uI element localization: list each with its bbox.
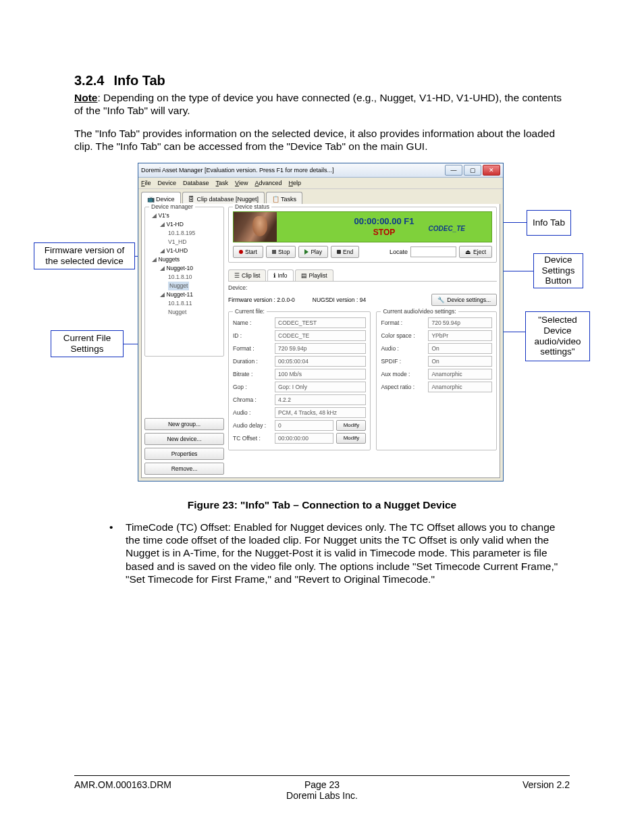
field-row: ID :CODEC_TE — [233, 330, 366, 341]
tree-node[interactable]: ◢ V1-HD — [148, 220, 221, 229]
section-number: 3.2.4 — [74, 73, 104, 88]
subtab-cliplist[interactable]: ☰Clip list — [228, 269, 266, 281]
footer-rule — [74, 775, 570, 776]
firmware-row: Firmware version : 2.0.0-0 NUGSDI versio… — [228, 294, 497, 306]
menu-help[interactable]: Help — [288, 180, 301, 186]
field-row: Bitrate :100 Mb/s — [233, 369, 366, 380]
device-settings-button[interactable]: 🔧 Device settings... — [431, 294, 497, 306]
remove-button[interactable]: Remove... — [144, 463, 224, 475]
callout-firmware: Firmware version of the selected device — [34, 242, 135, 269]
tree-node[interactable]: ◢ Nuggets — [148, 255, 221, 264]
field-value: Anamorphic — [428, 382, 492, 392]
field-value: 720 59.94p — [275, 343, 366, 354]
start-button[interactable]: Start — [233, 246, 263, 258]
sub-tabs: ☰Clip list ℹInfo ▤Playlist Device: Firmw… — [228, 269, 497, 450]
current-file-group: Current file: Name :CODEC_TESTID :CODEC_… — [228, 311, 371, 450]
transport-bar: Start Stop Play End Locate ⏏ Eject — [233, 246, 492, 258]
subtab-info[interactable]: ℹInfo — [267, 269, 293, 281]
menu-database[interactable]: Database — [183, 180, 209, 186]
device-icon: 📺 — [147, 196, 154, 203]
btn-label: Eject — [473, 249, 486, 255]
menu-file[interactable]: File — [141, 180, 151, 186]
list-icon: ☰ — [234, 272, 240, 279]
group-title: Current audio/video settings: — [381, 308, 458, 315]
group-title: Device manager — [149, 203, 195, 210]
field-value: 720 59.94p — [428, 317, 492, 328]
play-button[interactable]: Play — [298, 246, 328, 258]
menu-view[interactable]: View — [235, 180, 248, 186]
tree-node[interactable]: 10.1.8.195 — [148, 229, 221, 238]
section-heading: 3.2.4Info Tab — [74, 73, 570, 88]
properties-button[interactable]: Properties — [144, 448, 224, 460]
footer-center: Page 23Doremi Labs Inc. — [240, 779, 405, 801]
field-label: Aspect ratio : — [381, 384, 428, 390]
app-window: Doremi Asset Manager [Evaluation version… — [138, 163, 504, 481]
eject-button[interactable]: ⏏ Eject — [459, 246, 492, 258]
tree-node[interactable]: 10.1.8.11 — [148, 299, 221, 308]
field-value: PCM, 4 Tracks, 48 kHz — [275, 407, 366, 418]
stop-button[interactable]: Stop — [266, 246, 296, 258]
tree-node[interactable]: ◢ Nugget-11 — [148, 290, 221, 299]
video-status-bar: 00:00:00.00 F1 STOP CODEC_TE — [233, 211, 492, 242]
subtab-playlist[interactable]: ▤Playlist — [295, 269, 333, 281]
field-value: YPbPr — [428, 330, 492, 341]
modify-button[interactable]: Modify — [336, 420, 366, 431]
new-device-button[interactable]: New device... — [144, 433, 224, 445]
tree-node[interactable]: 10.1.8.10 — [148, 273, 221, 282]
field-value: 4.2.2 — [275, 394, 366, 405]
menu-device[interactable]: Device — [158, 180, 177, 186]
av-settings-group: Current audio/video settings: Format :72… — [376, 311, 497, 450]
firmware-label: Firmware version : 2.0.0-0 — [228, 296, 295, 303]
field-row: Aspect ratio :Anamorphic — [381, 382, 492, 392]
tasks-icon: 📋 — [272, 196, 279, 203]
database-icon: 🗄 — [188, 196, 195, 203]
callout-current-file: Current File Settings — [51, 330, 124, 357]
field-row: Duration :00:05:00:04 — [233, 356, 366, 367]
group-title: Device status — [233, 203, 271, 210]
callout-info-tab: Info Tab — [527, 210, 571, 236]
menu-advanced[interactable]: Advanced — [254, 180, 281, 186]
field-value: Gop: I Only — [275, 382, 366, 392]
device-tree[interactable]: ◢ V1's◢ V1-HD10.1.8.195V1_HD◢ V1-UHD◢ Nu… — [148, 211, 221, 317]
figure-container: Firmware version of the selected device … — [74, 163, 570, 487]
subtab-label: Info — [277, 272, 287, 279]
note-paragraph: Note: Depending on the type of device yo… — [74, 91, 570, 118]
btn-label: End — [343, 249, 353, 255]
field-row: Name :CODEC_TEST — [233, 317, 366, 328]
modify-button[interactable]: Modify — [336, 433, 366, 444]
tab-body: Device manager ◢ V1's◢ V1-HD10.1.8.195V1… — [141, 204, 500, 478]
tree-node[interactable]: ◢ V1-UHD — [148, 246, 221, 255]
maximize-button[interactable]: ▢ — [464, 165, 481, 176]
menu-task[interactable]: Task — [216, 180, 229, 186]
btn-label: Start — [245, 249, 257, 255]
field-value: 00:00:00:00 — [275, 433, 333, 444]
field-label: Aux mode : — [381, 371, 428, 377]
end-button[interactable]: End — [331, 246, 359, 258]
minimize-button[interactable]: — — [445, 165, 462, 176]
close-button[interactable]: ✕ — [483, 165, 500, 176]
field-value: CODEC_TE — [275, 330, 366, 341]
field-label: Audio : — [233, 409, 275, 416]
tree-node[interactable]: Nugget — [148, 308, 221, 317]
tree-node[interactable]: ◢ Nugget-10 — [148, 264, 221, 273]
field-label: TC Offset : — [233, 435, 275, 442]
tree-node[interactable]: V1_HD — [148, 238, 221, 246]
tree-node[interactable]: ◢ V1's — [148, 211, 221, 220]
playlist-icon: ▤ — [301, 272, 307, 279]
field-label: Duration : — [233, 358, 275, 365]
play-icon — [304, 249, 308, 255]
footer-right: Version 2.2 — [404, 779, 570, 801]
info-icon: ℹ — [273, 272, 275, 279]
field-label: Format : — [233, 345, 275, 352]
tree-node[interactable]: Nugget — [148, 282, 221, 290]
device-info-row: Device: — [228, 284, 497, 291]
locate-input[interactable] — [410, 246, 456, 257]
menubar: File Device Database Task View Advanced … — [138, 178, 503, 189]
note-text: : Depending on the type of device you ha… — [74, 92, 562, 116]
field-value: 00:05:00:04 — [275, 356, 366, 367]
new-group-button[interactable]: New group... — [144, 418, 224, 430]
record-icon — [239, 250, 243, 254]
intro-paragraph: The "Info Tab" provides information on t… — [74, 127, 570, 153]
field-row: SPDIF :On — [381, 356, 492, 367]
stop-icon — [272, 250, 276, 254]
